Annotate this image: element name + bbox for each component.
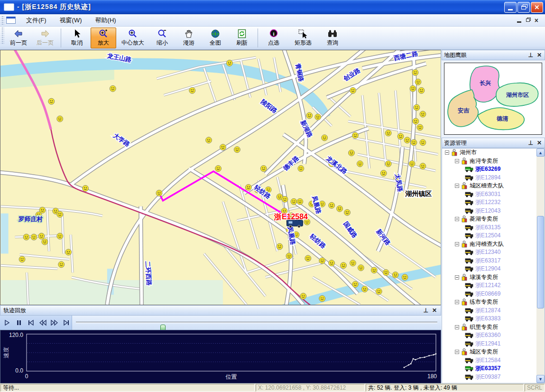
pin-icon[interactable]: ⊥ — [528, 140, 533, 146]
tree-vehicle-row[interactable]: 浙E63135 — [442, 224, 537, 232]
vehicle-marker-smiley[interactable] — [189, 87, 195, 93]
vehicle-marker-smiley[interactable] — [286, 253, 292, 259]
vehicle-marker-smiley[interactable] — [361, 286, 368, 292]
map-canvas[interactable]: 龙王山路青铜路陵阳路创业路西塘二路新湖路大学路德丰路龙溪北路轻纺路轻纺路凤凰路凤… — [0, 50, 441, 305]
vehicle-marker-smiley[interactable] — [297, 198, 303, 205]
tree-vehicle-row[interactable]: 浙E63031 — [442, 190, 537, 199]
vehicle-marker-smiley[interactable] — [277, 243, 283, 250]
mdi-minimize-icon[interactable] — [517, 21, 521, 23]
vehicle-marker-smiley[interactable] — [38, 233, 45, 239]
vehicle-marker-smiley[interactable] — [376, 289, 382, 295]
tree-expand-box[interactable] — [455, 159, 459, 163]
playback-fast-forward-button[interactable] — [49, 317, 60, 328]
tree-expand-box[interactable] — [455, 275, 459, 280]
vehicle-marker-smiley[interactable] — [83, 185, 89, 191]
tree-expand-box[interactable] — [455, 242, 459, 246]
tool-zoom-in-button[interactable]: 放大 — [91, 28, 116, 48]
vehicle-marker-smiley[interactable] — [380, 170, 387, 177]
playback-rewind-button[interactable] — [37, 317, 48, 328]
vehicle-marker-smiley[interactable] — [344, 209, 351, 215]
tree-vehicle-row[interactable]: 浙E12941 — [442, 340, 537, 348]
tree-expand-box[interactable] — [455, 184, 459, 188]
vehicle-marker-smiley[interactable] — [402, 274, 408, 280]
vehicle-marker-smiley[interactable] — [371, 267, 377, 273]
vehicle-marker-smiley[interactable] — [383, 270, 389, 276]
tree-vehicle-row[interactable]: 浙E12043 — [442, 207, 537, 215]
playback-step-start-button[interactable] — [26, 317, 37, 328]
tree-vehicle-row[interactable]: 浙E63383 — [442, 315, 537, 323]
vehicle-marker-smiley[interactable] — [418, 87, 425, 93]
tree-root-city[interactable]: 湖州市 — [442, 149, 537, 157]
tree-vehicle-row[interactable]: 浙E12894 — [442, 174, 537, 182]
close-icon[interactable]: ✕ — [432, 308, 437, 313]
tree-expand-box[interactable] — [455, 325, 459, 329]
vehicle-marker-smiley[interactable] — [234, 147, 240, 153]
tree-vehicle-row[interactable]: 浙E08669 — [442, 290, 537, 299]
tool-binoculars-button[interactable]: 查询 — [320, 28, 345, 48]
tree-group-row[interactable]: 南浔稽查大队 — [442, 240, 537, 249]
vehicle-marker-smiley[interactable] — [414, 104, 420, 111]
tree-vehicle-row[interactable]: 浙E63317 — [442, 257, 537, 265]
tracked-vehicle-icon[interactable] — [286, 220, 303, 228]
vehicle-marker-smiley[interactable] — [352, 281, 358, 288]
vehicle-marker-smiley[interactable] — [215, 166, 222, 172]
vehicle-marker-smiley[interactable] — [206, 137, 212, 143]
tool-point-select-button[interactable]: i点选 — [261, 28, 286, 48]
tree-vehicle-row[interactable]: 浙E12904 — [442, 265, 537, 273]
tree-group-row[interactable]: 织里专卖所 — [442, 323, 537, 332]
mdi-restore-icon[interactable] — [526, 19, 530, 22]
minimize-button[interactable] — [504, 2, 517, 13]
tree-vehicle-row[interactable]: 浙E12504 — [442, 232, 537, 240]
vehicle-marker-smiley[interactable] — [282, 196, 288, 202]
vehicle-marker-smiley[interactable] — [420, 111, 426, 117]
vehicle-marker-smiley[interactable] — [58, 261, 65, 268]
tree-expand-box[interactable] — [455, 300, 459, 304]
tree-vehicle-row[interactable]: 浙E63269 — [442, 165, 537, 174]
toolbar-grip[interactable] — [1, 27, 4, 45]
tree-scrollbar[interactable]: ▲ ▼ — [536, 149, 545, 383]
tool-refresh-button[interactable]: 刷新 — [229, 28, 255, 48]
vehicle-marker-smiley[interactable] — [348, 150, 354, 156]
pin-icon[interactable]: ⊥ — [528, 52, 533, 58]
tree-vehicle-row[interactable]: 浙E63357 — [442, 364, 537, 373]
vehicle-marker-smiley[interactable] — [319, 258, 325, 264]
vehicle-marker-smiley[interactable] — [329, 260, 335, 266]
tree-vehicle-row[interactable]: 浙E63360 — [442, 331, 537, 340]
vehicle-marker-smiley[interactable] — [110, 85, 116, 92]
scroll-thumb[interactable] — [537, 216, 544, 308]
playback-pause-button[interactable] — [14, 317, 25, 328]
vehicle-marker-smiley[interactable] — [415, 79, 421, 85]
mdi-close-icon[interactable]: × — [535, 18, 538, 23]
vehicle-marker-smiley[interactable] — [245, 184, 251, 190]
vehicle-marker-smiley[interactable] — [409, 161, 415, 167]
vehicle-marker-smiley[interactable] — [357, 161, 363, 167]
restore-button[interactable] — [517, 2, 530, 13]
vehicle-marker-smiley[interactable] — [319, 296, 325, 302]
vehicle-marker-smiley[interactable] — [226, 60, 232, 66]
vehicle-marker-smiley[interactable] — [298, 166, 304, 172]
vehicle-marker-smiley[interactable] — [420, 140, 426, 146]
tool-globe-button[interactable]: 全图 — [203, 28, 228, 48]
vehicle-marker-smiley[interactable] — [412, 69, 418, 75]
vehicle-marker-smiley[interactable] — [31, 234, 37, 240]
menu-item-2[interactable]: 帮助(H) — [89, 14, 123, 27]
vehicle-marker-smiley[interactable] — [65, 249, 72, 255]
vehicle-marker-smiley[interactable] — [57, 116, 63, 122]
menu-item-1[interactable]: 视窗(W) — [53, 14, 89, 27]
vehicle-marker-smiley[interactable] — [329, 202, 335, 208]
tool-zoom-out-button[interactable]: 缩小 — [149, 28, 175, 48]
vehicle-marker-smiley[interactable] — [385, 161, 391, 167]
tree-vehicle-row[interactable]: 浙E12340 — [442, 248, 537, 257]
vehicle-marker-smiley[interactable] — [392, 272, 398, 278]
tool-zoom-center-button[interactable]: 中心放大 — [117, 28, 148, 48]
vehicle-marker-smiley[interactable] — [404, 137, 410, 143]
tree-group-row[interactable]: 埭溪专卖所 — [442, 273, 537, 282]
close-button[interactable]: ✕ — [531, 2, 543, 13]
scroll-down-button[interactable]: ▼ — [536, 375, 545, 383]
vehicle-marker-smiley[interactable] — [300, 293, 306, 299]
tool-arrow-left-button[interactable]: 前一页 — [6, 28, 31, 48]
vehicle-marker-smiley[interactable] — [413, 118, 419, 124]
tree-vehicle-row[interactable]: 浙E12232 — [442, 198, 537, 207]
vehicle-marker-smiley[interactable] — [358, 265, 364, 271]
playback-play-button[interactable] — [2, 317, 13, 328]
